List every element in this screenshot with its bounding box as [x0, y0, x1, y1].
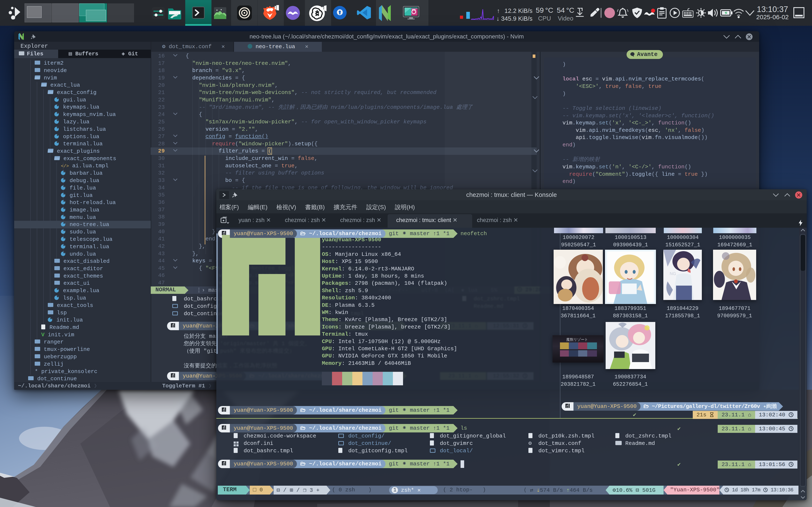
svg-text:NG: NG	[670, 271, 676, 276]
